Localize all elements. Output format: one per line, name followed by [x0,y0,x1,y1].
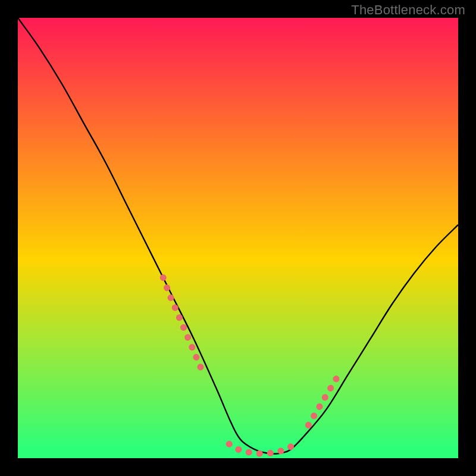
chart-background [18,18,458,458]
bottleneck-chart [18,18,458,458]
chart-container [18,18,458,458]
watermark-text: TheBottleneck.com [351,2,465,18]
